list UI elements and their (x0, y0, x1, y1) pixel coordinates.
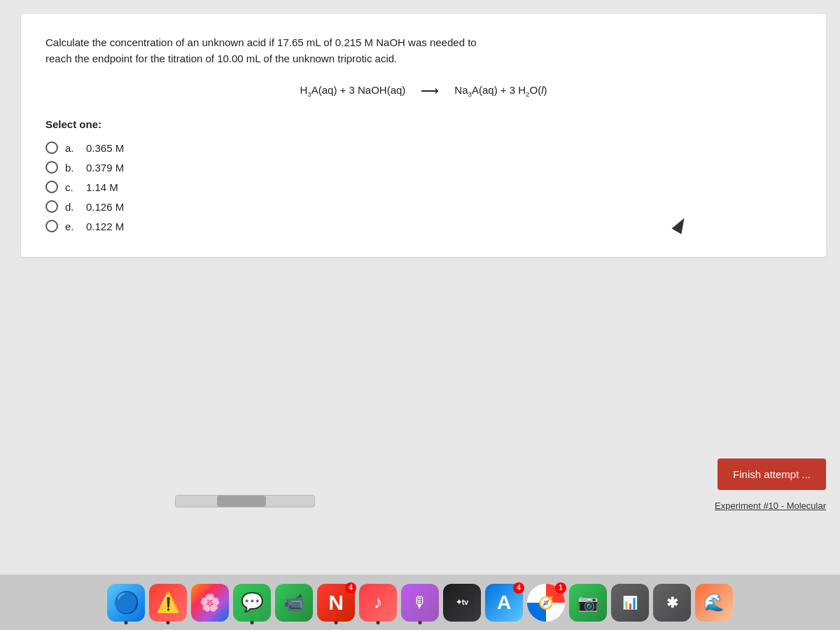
appletv-icon: ✦tv (456, 598, 468, 607)
news-dot (335, 621, 338, 624)
dock-item-facetime[interactable]: 📹 (275, 584, 313, 622)
radio-c[interactable] (46, 181, 58, 193)
options-list: a. 0.365 M b. 0.379 M c. 1.14 M d. 0.126… (46, 141, 802, 232)
dock-item-music[interactable]: ♪ (359, 584, 397, 622)
option-value-b: 0.379 M (86, 162, 124, 174)
radio-b[interactable] (46, 161, 58, 174)
radio-a[interactable] (46, 141, 58, 154)
option-d[interactable]: d. 0.126 M (46, 200, 802, 213)
finder-icon: 🔵 (113, 590, 139, 615)
news-badge: 4 (345, 582, 356, 594)
question-line2: reach the endpoint for the titration of … (46, 52, 397, 64)
dock-item-arc[interactable]: 🌊 (695, 584, 733, 622)
equation-container: H3A(aq) + 3 NaOH(aq) ⟶ Na3A(aq) + 3 H2O(… (46, 83, 802, 99)
option-value-d: 0.126 M (86, 201, 124, 213)
scrollbar-thumb[interactable] (217, 496, 265, 507)
dock-item-safari[interactable]: 🧭 1 (527, 584, 565, 622)
option-a[interactable]: a. 0.365 M (46, 141, 802, 154)
reactants: H3A(aq) + 3 NaOH(aq) (300, 84, 405, 98)
dock-item-appstore[interactable]: A 4 (485, 584, 523, 622)
option-b[interactable]: b. 0.379 M (46, 161, 802, 174)
question-text: Calculate the concentration of an unknow… (46, 35, 802, 66)
question-line1: Calculate the concentration of an unknow… (46, 36, 477, 48)
products: Na3A(aq) + 3 H2O(l) (454, 84, 547, 98)
option-value-e: 0.122 M (86, 220, 124, 232)
facetime-icon: 📹 (284, 593, 304, 612)
option-label-e: e. (65, 220, 79, 232)
messages-icon: 💬 (241, 592, 263, 613)
dock-item-facetime2[interactable]: 📷 (569, 584, 607, 622)
option-label-d: d. (65, 201, 79, 213)
option-label-b: b. (65, 162, 79, 174)
chemical-equation: H3A(aq) + 3 NaOH(aq) ⟶ Na3A(aq) + 3 H2O(… (300, 83, 547, 99)
main-content: Calculate the concentration of an unknow… (0, 0, 840, 574)
question-card: Calculate the concentration of an unknow… (21, 14, 826, 257)
dock-item-podcasts[interactable]: 🎙 (401, 584, 439, 622)
dock-item-news[interactable]: N 4 (317, 584, 355, 622)
dock: 🔵 ⚠️ 🌸 💬 📹 N 4 ♪ 🎙 ✦tv A 4 🧭 1 (0, 574, 840, 630)
option-value-c: 1.14 M (86, 181, 118, 193)
safari-badge: 1 (555, 582, 566, 594)
photos-icon: 🌸 (200, 593, 220, 612)
option-label-a: a. (65, 142, 79, 154)
system-prefs-dot (167, 621, 170, 624)
facetime2-icon: 📷 (578, 593, 598, 612)
dock-item-bars[interactable]: 📊 (611, 584, 649, 622)
radio-e[interactable] (46, 220, 58, 232)
finder-dot (125, 621, 128, 624)
radio-d[interactable] (46, 200, 58, 213)
music-icon: ♪ (374, 592, 383, 613)
system-prefs-icon: ⚠️ (156, 591, 181, 614)
scrollbar-area[interactable] (175, 495, 315, 507)
dock-item-photos[interactable]: 🌸 (191, 584, 229, 622)
dock-item-messages[interactable]: 💬 (233, 584, 271, 622)
option-value-a: 0.365 M (86, 142, 124, 154)
safari-icon: 🧭 (538, 595, 554, 610)
option-c[interactable]: c. 1.14 M (46, 181, 802, 193)
experiment-label[interactable]: Experiment #10 - Molecular (715, 500, 826, 511)
podcasts-dot (419, 621, 422, 624)
appstore-badge: 4 (513, 582, 524, 594)
dock-item-system-prefs[interactable]: ⚠️ (149, 584, 187, 622)
option-e[interactable]: e. 0.122 M (46, 220, 802, 232)
podcasts-icon: 🎙 (412, 594, 428, 612)
dock-item-bluetooth[interactable]: ✱ (653, 584, 691, 622)
finish-attempt-button[interactable]: Finish attempt ... (718, 458, 826, 490)
messages-dot (251, 621, 254, 624)
bluetooth-icon: ✱ (666, 594, 678, 611)
appstore-icon: A (497, 592, 511, 614)
news-icon: N (328, 591, 344, 615)
select-one-label: Select one: (46, 118, 802, 130)
dock-item-finder[interactable]: 🔵 (107, 584, 145, 622)
arrow-symbol: ⟶ (421, 83, 439, 99)
option-label-c: c. (65, 181, 79, 193)
dock-item-appletv[interactable]: ✦tv (443, 584, 481, 622)
arc-icon: 🌊 (704, 593, 724, 612)
music-dot (377, 621, 380, 624)
bars-icon: 📊 (622, 595, 638, 610)
